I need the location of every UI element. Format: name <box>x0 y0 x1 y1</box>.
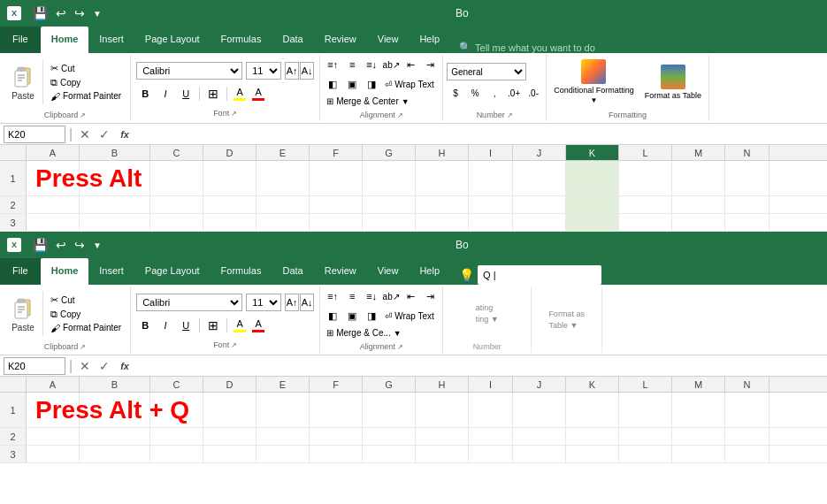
top-cell-n3[interactable] <box>725 214 770 231</box>
borders-btn-bottom[interactable]: ⊞ <box>204 317 222 334</box>
bottom-cell-b1[interactable] <box>80 393 150 427</box>
bottom-cell-g1[interactable] <box>363 393 416 427</box>
align-center-btn-bottom[interactable]: ▣ <box>343 308 361 324</box>
top-cell-a3[interactable] <box>27 214 80 231</box>
tab-pagelayout-bottom[interactable]: Page Layout <box>134 258 211 285</box>
decimal-increase-btn-top[interactable]: .0+ <box>505 85 523 101</box>
tab-view-top[interactable]: View <box>367 27 410 53</box>
tab-view-bottom[interactable]: View <box>367 258 410 285</box>
top-cell-d2[interactable] <box>203 196 257 213</box>
tab-insert-top[interactable]: Insert <box>88 27 134 53</box>
bottom-cell-k3[interactable] <box>566 446 619 462</box>
align-top-right-btn-top[interactable]: ≡↓ <box>363 57 380 73</box>
bottom-cell-l1[interactable] <box>619 393 672 427</box>
tab-review-top[interactable]: Review <box>314 27 367 53</box>
align-left-btn-bottom[interactable]: ◧ <box>324 308 341 324</box>
font-color-btn-top[interactable]: A <box>250 87 266 101</box>
tab-help-top[interactable]: Help <box>409 27 450 53</box>
bottom-cell-e1[interactable] <box>257 393 310 427</box>
orientation-btn-bottom[interactable]: ab↗ <box>382 288 400 304</box>
bottom-col-m[interactable]: M <box>672 377 725 392</box>
bottom-cell-i2[interactable] <box>469 428 513 445</box>
merge-btn-top[interactable]: ⊞ Merge & Center ▼ <box>324 95 439 107</box>
top-cell-n2[interactable] <box>725 196 770 213</box>
align-right-btn-bottom[interactable]: ◨ <box>363 308 380 324</box>
bottom-cell-i1[interactable] <box>469 393 513 427</box>
bottom-cell-n1[interactable] <box>725 393 770 427</box>
indent-inc-btn-bottom[interactable]: ⇥ <box>421 288 439 304</box>
align-center-btn-top[interactable]: ▣ <box>343 76 361 92</box>
top-col-m[interactable]: M <box>672 145 725 160</box>
align-top-left-btn-top[interactable]: ≡↑ <box>324 57 341 73</box>
indent-dec-btn-bottom[interactable]: ⇤ <box>402 288 419 304</box>
top-cell-c1[interactable] <box>150 161 203 195</box>
bottom-col-j[interactable]: J <box>513 377 566 392</box>
percent-btn-top[interactable]: % <box>466 85 484 101</box>
bottom-cell-h1[interactable] <box>416 393 469 427</box>
fx-button-top[interactable]: fx <box>117 129 133 140</box>
top-col-j[interactable]: J <box>513 145 566 160</box>
bottom-cell-l3[interactable] <box>619 446 672 462</box>
top-col-b[interactable]: B <box>80 145 150 160</box>
bottom-cell-h3[interactable] <box>416 446 469 462</box>
bold-btn-bottom[interactable]: B <box>136 317 154 334</box>
paste-button-top[interactable]: Paste <box>4 59 43 104</box>
tell-me-input-bottom[interactable] <box>483 270 589 280</box>
bottom-cell-m1[interactable] <box>672 393 725 427</box>
decrease-font-btn-top[interactable]: A↓ <box>300 62 314 80</box>
increase-font-btn-top[interactable]: A↑ <box>285 62 299 80</box>
bottom-cell-m2[interactable] <box>672 428 725 445</box>
bottom-cell-d1[interactable] <box>203 393 257 427</box>
top-cell-n1[interactable] <box>725 161 770 195</box>
decimal-decrease-btn-top[interactable]: .0- <box>525 85 542 101</box>
text-wrap-btn-bottom[interactable]: ⏎ Wrap Text <box>382 310 437 322</box>
copy-action-bottom[interactable]: ⧉ Copy <box>49 308 123 321</box>
bottom-more-btn[interactable]: ▼ <box>90 239 104 252</box>
align-top-center-btn-top[interactable]: ≡ <box>343 57 361 73</box>
bottom-cell-l2[interactable] <box>619 428 672 445</box>
bottom-cell-c2[interactable] <box>150 428 203 445</box>
borders-btn-top[interactable]: ⊞ <box>204 85 222 103</box>
top-cell-l3[interactable] <box>619 214 672 231</box>
top-col-a[interactable]: A <box>27 145 80 160</box>
tell-me-input-wrap-bottom[interactable] <box>478 265 601 285</box>
top-cell-i2[interactable] <box>469 196 513 213</box>
bottom-cell-f2[interactable] <box>310 428 363 445</box>
top-cell-d1[interactable] <box>203 161 257 195</box>
cancel-formula-btn-bottom[interactable]: ✕ <box>76 357 94 375</box>
bottom-col-a[interactable]: A <box>27 377 80 392</box>
orientation-btn-top[interactable]: ab↗ <box>382 57 400 73</box>
top-cell-a2[interactable] <box>27 196 80 213</box>
bottom-cell-b3[interactable] <box>80 446 150 462</box>
align-top-left-btn-bottom[interactable]: ≡↑ <box>324 288 341 304</box>
bottom-cell-a1[interactable]: Press Alt + Q <box>27 393 80 427</box>
top-cell-c2[interactable] <box>150 196 203 213</box>
top-cell-h3[interactable] <box>416 214 469 231</box>
bottom-cell-c1[interactable] <box>150 393 203 427</box>
top-cell-e3[interactable] <box>257 214 310 231</box>
bottom-cell-n3[interactable] <box>725 446 770 462</box>
top-cell-c3[interactable] <box>150 214 203 231</box>
bottom-col-e[interactable]: E <box>257 377 310 392</box>
top-cell-k3[interactable] <box>566 214 619 231</box>
tab-insert-bottom[interactable]: Insert <box>88 258 134 285</box>
top-cell-e2[interactable] <box>257 196 310 213</box>
bottom-cell-j3[interactable] <box>513 446 566 462</box>
bottom-col-f[interactable]: F <box>310 377 363 392</box>
top-cell-b3[interactable] <box>80 214 150 231</box>
bottom-cell-k1[interactable] <box>566 393 619 427</box>
indent-decrease-btn-top[interactable]: ⇤ <box>402 57 419 73</box>
top-col-h[interactable]: H <box>416 145 469 160</box>
top-col-i[interactable]: I <box>469 145 513 160</box>
align-left-btn-top[interactable]: ◧ <box>324 76 341 92</box>
cut-action-top[interactable]: ✂ Cut <box>49 62 123 75</box>
bottom-col-i[interactable]: I <box>469 377 513 392</box>
merge-btn-bottom[interactable]: ⊞ Merge & Ce... ▼ <box>324 327 439 339</box>
fill-color-btn-bottom[interactable]: A <box>232 318 248 332</box>
tab-formulas-bottom[interactable]: Formulas <box>211 258 272 285</box>
bottom-cell-j2[interactable] <box>513 428 566 445</box>
bottom-save-btn[interactable]: 💾 <box>30 236 50 254</box>
fill-color-btn-top[interactable]: A <box>232 87 248 101</box>
more-qa-btn[interactable]: ▼ <box>90 7 104 20</box>
align-right-btn-top[interactable]: ◨ <box>363 76 380 92</box>
